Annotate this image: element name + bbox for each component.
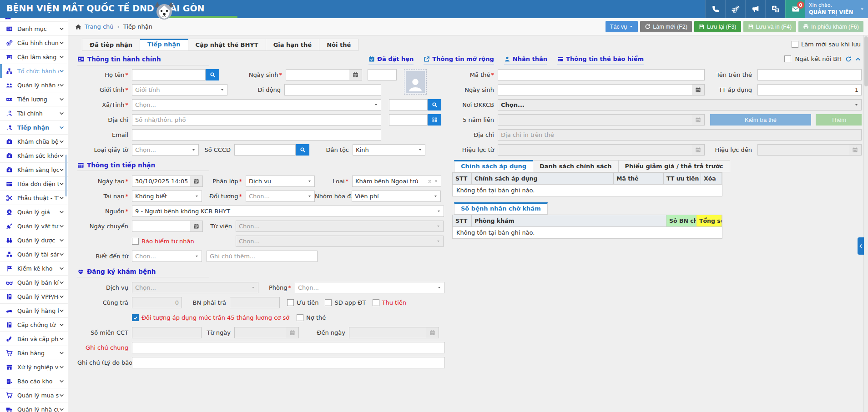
user-menu[interactable]: Xin chào,QUẢN TRỊ VIÊN [805, 0, 868, 18]
thong-tin-the-bao-hiem-link[interactable]: Thông tin thẻ bảo hiểm [557, 55, 644, 65]
nam-lien-calendar-button[interactable] [692, 114, 705, 126]
ma-the-input[interactable] [498, 69, 705, 80]
nguon-select[interactable]: 9 - Người bệnh không KCB BHYT [132, 206, 444, 217]
phong-select[interactable]: Chọn... [295, 282, 444, 293]
tab-so-benh-nhan-cho-kham[interactable]: Số bệnh nhân chờ khám [454, 202, 548, 215]
tuoi-input[interactable] [368, 69, 397, 80]
refresh-icon[interactable] [845, 56, 852, 62]
sidebar-item[interactable]: Kiểm kê kho [0, 261, 68, 276]
sidebar-item[interactable]: Báo cáo kho [0, 374, 68, 388]
ghi-chu-chung-input[interactable] [132, 342, 445, 353]
sidebar-item[interactable]: Phẫu thuật - TT [0, 191, 68, 205]
sidebar-item[interactable]: Quản lý vật tư tiêu hao [0, 219, 68, 233]
collapse-icon[interactable] [855, 56, 861, 62]
luu-va-in-button[interactable]: Lưu và in (F4) [743, 21, 797, 32]
sidebar-item-partial[interactable] [0, 18, 68, 22]
vung-search-button[interactable] [428, 99, 441, 111]
ho-ten-input[interactable] [132, 69, 206, 80]
main-tab[interactable]: Gia hạn thẻ [266, 39, 320, 51]
ho-ten-search-button[interactable] [206, 69, 219, 80]
ghi-chu-them-input[interactable] [207, 251, 318, 262]
breadcrumb-home-label[interactable]: Trang chủ [85, 23, 114, 30]
kiem-tra-the-button[interactable]: Kiểm tra thẻ [710, 114, 811, 126]
phan-lop-select[interactable]: Dịch vụ [246, 176, 315, 187]
thu-tien-checkbox[interactable] [373, 299, 379, 306]
ngay-tao-input[interactable] [132, 176, 190, 187]
main-tab[interactable]: Tiếp nhận [140, 39, 188, 51]
sidebar-item[interactable]: Hóa đơn điện tử [0, 177, 68, 191]
sidebar-item[interactable]: Bán hàng [0, 346, 68, 360]
sidebar-item[interactable]: Xử lý nghiệp vụ kho [0, 360, 68, 374]
ngay-chuyen-input[interactable] [132, 221, 190, 232]
ngat-ket-noi-bh-checkbox[interactable] [784, 55, 791, 62]
sidebar-item[interactable]: Khám sức khỏe [0, 149, 68, 163]
sidebar-item[interactable]: Tiền lương [0, 92, 68, 106]
loai-select[interactable]: Khám bệnh Ngoại trú [352, 176, 441, 187]
ngay-chuyen-calendar-button[interactable] [190, 221, 203, 232]
settings-icon-button[interactable] [725, 0, 745, 18]
main-tab[interactable]: Đã tiếp nhận [82, 39, 140, 51]
muc-tran-checkbox[interactable] [132, 314, 139, 321]
nhan-than-link[interactable]: Nhân thân [504, 55, 547, 65]
bao-hiem-tu-nhan-select[interactable]: Chọn... [236, 236, 444, 247]
ngay-sinh-calendar-button[interactable] [349, 69, 362, 80]
sidebar-item[interactable]: Quản lý bán kính [0, 276, 68, 290]
hieu-luc-den-calendar-button[interactable] [849, 144, 862, 156]
lam-moi-button[interactable]: Làm mới (F2) [640, 21, 692, 32]
phone-icon-button[interactable] [705, 0, 725, 18]
no-the-checkbox[interactable] [297, 314, 303, 321]
sidebar-item[interactable]: Cận lâm sàng [0, 50, 68, 64]
dich-vu-select[interactable]: Chọn... [132, 282, 258, 293]
tu-ngay-calendar-button[interactable] [286, 327, 299, 338]
bh-ngay-sinh-input[interactable] [498, 84, 692, 95]
ma-vung-input[interactable] [389, 99, 428, 111]
policy-tab[interactable]: Chính sách áp dụng [454, 160, 533, 172]
ngay-tao-calendar-button[interactable] [190, 176, 203, 187]
sidebar-item[interactable]: Quản lý nhân sự [0, 78, 68, 92]
tac-vu-button[interactable]: Tác vụ [606, 21, 638, 32]
sidebar-item[interactable]: Khám chữa bệnh [0, 135, 68, 149]
sidebar-item[interactable]: Quản lý hàng ký gửi [0, 304, 68, 318]
breadcrumb-home[interactable]: Trang chủ [75, 23, 114, 30]
ngay-sinh-input[interactable] [286, 69, 349, 80]
bh-ngay-sinh-calendar-button[interactable] [692, 84, 705, 95]
doi-tuong-select[interactable]: Chọn... [246, 191, 315, 202]
bao-hiem-tu-nhan-checkbox[interactable] [132, 238, 139, 245]
sidebar-item[interactable]: Danh mục [0, 22, 68, 36]
luu-lai-button[interactable]: Lưu lại (F3) [694, 21, 741, 32]
patient-photo[interactable] [404, 69, 427, 95]
qr-button[interactable] [428, 114, 441, 126]
den-ngay-calendar-button[interactable] [426, 327, 439, 338]
lam-moi-sau-khi-luu-checkbox[interactable] [792, 41, 798, 48]
sidebar-item[interactable]: $Tài chính [0, 106, 68, 121]
email-input[interactable] [132, 129, 381, 141]
tai-nan-select[interactable]: Không biết [132, 191, 202, 202]
thong-tin-mo-rong-link[interactable]: Thông tin mở rộng [424, 55, 494, 65]
so-cccd-input[interactable] [234, 144, 296, 156]
mail-icon-button[interactable]: 0 [785, 0, 805, 18]
sidebar-item[interactable]: $Quản lý giá [0, 205, 68, 219]
ten-tren-the-input[interactable] [757, 69, 862, 80]
sidebar-item[interactable]: Cấp chứng từ [0, 318, 68, 332]
sidebar-item[interactable]: Quản lý tài sản cố định [0, 247, 68, 261]
sidebar-item[interactable]: Quản lý nhà cung cấp [0, 402, 68, 412]
dia-chi-input[interactable] [132, 114, 381, 126]
xa-tinh-select[interactable]: Chọn... [132, 99, 381, 111]
biet-den-tu-select[interactable]: Chọn... [132, 251, 202, 262]
loai-giay-to-select[interactable]: Chọn... [132, 144, 199, 156]
tu-vien-select[interactable]: Chọn... [236, 221, 444, 232]
sd-app-dt-checkbox[interactable] [325, 299, 332, 306]
uu-tien-checkbox[interactable] [287, 299, 294, 306]
main-tab[interactable]: Cập nhật thẻ BHYT [188, 39, 266, 51]
policy-tab[interactable]: Danh sách chính sách [533, 160, 619, 172]
sidebar-scrollbar[interactable] [65, 155, 67, 196]
main-tab[interactable]: Nối thẻ [319, 39, 358, 51]
nhom-hoa-don-select[interactable]: Viện phí [352, 191, 441, 202]
sidebar-item[interactable]: Quản lý VPP/Hàng hóa [0, 290, 68, 304]
cccd-search-button[interactable] [296, 144, 309, 156]
sidebar-item[interactable]: Tổ chức hành chính [0, 64, 68, 78]
sidebar-item[interactable]: Tiếp nhận [0, 121, 68, 135]
announcement-icon-button[interactable] [745, 0, 765, 18]
tt-ap-dung-input[interactable] [757, 84, 862, 95]
sidebar-item[interactable]: Khám sàng lọc trước tiêm [0, 163, 68, 177]
